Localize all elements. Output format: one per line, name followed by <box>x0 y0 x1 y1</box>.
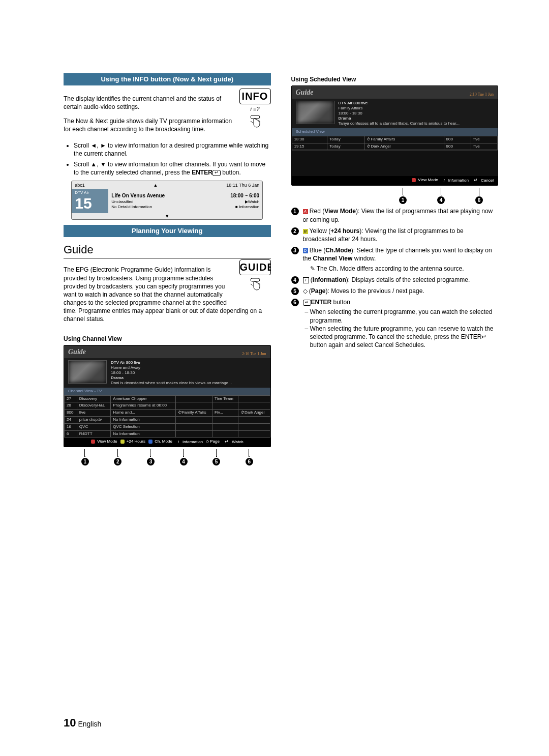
legend-number-icon: 2 <box>291 227 299 235</box>
info-bullets: Scroll ◄, ► to view information for a de… <box>64 141 271 177</box>
channel-view-callouts: 123456 <box>64 449 271 466</box>
table-cell: 16 <box>65 423 77 430</box>
thumbnail-icon <box>68 360 107 384</box>
table-cell <box>238 416 270 423</box>
table-cell: Today <box>327 143 364 150</box>
legend-item: 3D Blue (Ch.Mode): Select the type of ch… <box>291 246 499 273</box>
table-cell: QVC <box>77 423 110 430</box>
info-remote-badge: INFO i ≡? <box>239 89 271 134</box>
callout: 4 <box>437 188 445 204</box>
legend-subitem: When selecting the current programme, yo… <box>310 308 499 324</box>
table-cell: five <box>77 410 110 417</box>
section-info-heading: Using the INFO button (Now & Next guide) <box>64 73 271 85</box>
page-footer: 10 English <box>64 715 101 731</box>
callout: 4 <box>180 449 188 466</box>
toolbar-item: ↵ Cancel <box>472 178 494 184</box>
table-cell: price-drop.tv <box>77 416 110 423</box>
table-cell <box>175 430 212 438</box>
table-cell <box>238 423 270 430</box>
toolbar-item: i Information <box>175 439 203 445</box>
legend-subitem: When selecting the future programme, you… <box>310 325 499 350</box>
color-key-icon: D <box>303 248 308 253</box>
legend-item: 1A Red (View Mode): View the list of pro… <box>291 207 499 223</box>
mg-channel-num: 15 <box>75 196 105 211</box>
scheduled-view-table: 18:30Today⏱Family Affairs800five19:15Tod… <box>292 136 498 151</box>
table-cell: ⏱Dark Angel <box>364 143 444 150</box>
legend-number-icon: 3 <box>291 247 299 254</box>
table-cell <box>238 402 270 410</box>
info-badge-label: INFO <box>239 89 271 104</box>
table-cell: No Information <box>111 416 176 423</box>
table-cell: ⏱Family Affairs <box>175 410 212 417</box>
now-next-banner: abc1 ▲ 18:11 Thu 6 Jan DTV Air 15 Life O… <box>71 181 263 220</box>
guide-remote-badge: GUIDE <box>239 259 271 297</box>
right-column: Using Scheduled View Guide 2:10 Tue 1 Ju… <box>291 70 499 466</box>
page-number: 10 <box>64 716 76 729</box>
table-cell <box>212 416 238 423</box>
table-cell: No Information <box>111 430 176 438</box>
table-cell <box>238 430 270 438</box>
scheduled-view-callouts: 146 <box>291 188 499 204</box>
toolbar-item: View Mode <box>412 178 438 184</box>
table-cell: 24 <box>65 416 77 423</box>
callout: 6 <box>475 188 483 204</box>
toolbar-item: Ch. Mode <box>148 439 172 445</box>
table-cell <box>238 395 270 402</box>
mg-clock: 18:11 Thu 6 Jan <box>226 182 259 188</box>
channel-view-screenshot: Guide 2:10 Tue 1 Jun DTV Air 800 five Ho… <box>64 345 271 447</box>
info-bullet-2: Scroll ▲, ▼ to view information for othe… <box>74 160 271 177</box>
callout: 2 <box>114 449 121 466</box>
callout: 3 <box>147 449 155 466</box>
table-cell: Fiv... <box>212 410 238 417</box>
table-cell: QVC Selection <box>111 423 176 430</box>
table-cell: DiscoveryH&L <box>77 402 110 410</box>
callout: 1 <box>81 449 89 466</box>
info-badge-sub: i ≡? <box>239 105 271 113</box>
toolbar-item: +24 Hours <box>120 439 145 445</box>
legend-note: The Ch. Mode differs according to the an… <box>310 265 499 273</box>
table-cell <box>212 423 238 430</box>
legend-item: 4i (Information): Displays details of th… <box>291 276 499 284</box>
mg-prog-title: Life On Venus Avenue <box>111 192 165 199</box>
table-cell: 800 <box>65 410 77 417</box>
guide-badge-label: GUIDE <box>239 259 271 275</box>
table-cell <box>212 430 238 438</box>
channel-view-subhead: Using Channel View <box>64 335 271 343</box>
table-cell: 27 <box>65 395 77 402</box>
table-cell: Programmes resume at 06:00 <box>111 402 176 410</box>
callout: 1 <box>399 188 407 204</box>
legend-item: 6↵ENTER buttonWhen selecting the current… <box>291 298 499 349</box>
toolbar-item: ↵ Watch <box>223 439 243 445</box>
hand-press-icon <box>245 277 266 295</box>
table-cell: Tine Team <box>212 395 238 402</box>
mg-channel-name: abc1 <box>75 182 85 188</box>
page-language: English <box>78 720 101 728</box>
legend-number-icon: 4 <box>291 276 299 284</box>
legend-number-icon: 6 <box>291 299 299 306</box>
table-cell: R4DTT <box>77 430 110 438</box>
scheduled-view-screenshot: Guide 2:10 Tue 1 Jun DTV Air 800 five Fa… <box>291 85 499 186</box>
table-cell: Discovery <box>77 395 110 402</box>
table-cell: 19:15 <box>292 143 327 150</box>
table-cell: 28 <box>65 402 77 410</box>
toolbar-item: View Mode <box>91 439 117 445</box>
table-cell: five <box>471 136 498 143</box>
table-cell: 6 <box>65 430 77 438</box>
thumbnail-icon <box>296 101 334 124</box>
section-planning-heading: Planning Your Viewing <box>64 225 271 237</box>
enter-icon: ↵ <box>212 170 221 176</box>
table-cell: Today <box>327 136 364 143</box>
table-cell <box>175 402 212 410</box>
table-cell: 18:30 <box>292 136 327 143</box>
legend-item: 5◇ (Page): Moves to the previous / next … <box>291 287 499 295</box>
scheduled-view-subhead: Using Scheduled View <box>291 75 499 83</box>
table-cell <box>175 395 212 402</box>
legend-item: 2B Yellow (+24 hours): Viewing the list … <box>291 227 499 243</box>
toolbar-item: i Information <box>441 178 469 184</box>
channel-view-table: 27DiscoveryAmerican ChopperTine Team28Di… <box>64 395 270 438</box>
left-column: Using the INFO button (Now & Next guide)… <box>64 70 271 466</box>
color-key-icon: A <box>303 209 308 214</box>
legend-number-icon: 5 <box>291 287 299 295</box>
table-cell: ⏱Dark Angel <box>238 410 270 417</box>
scheduled-view-toolbar: View Modei Information↵ Cancel <box>292 176 498 185</box>
